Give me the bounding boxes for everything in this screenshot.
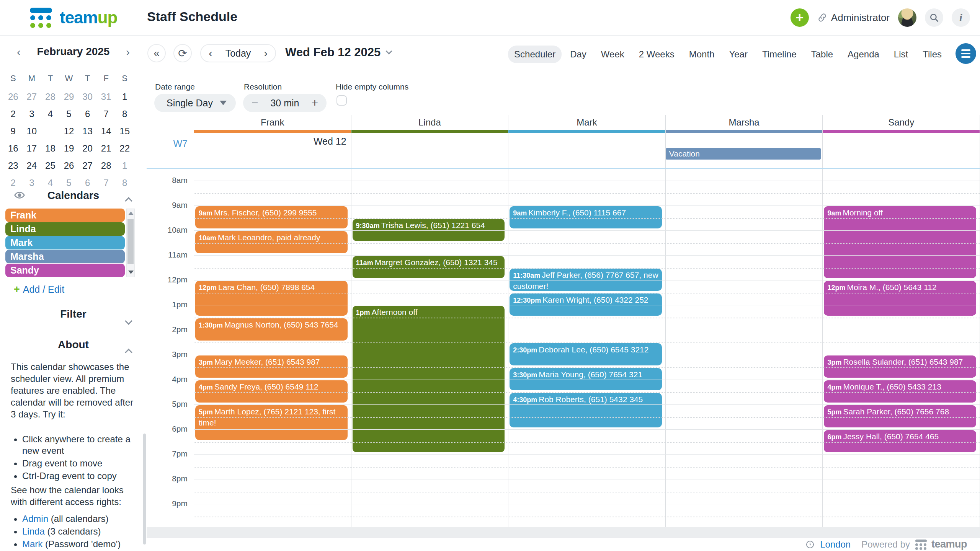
refresh-button[interactable]: ⟳ [173,44,192,62]
share-link-menu[interactable]: Administrator [817,12,890,24]
mini-calendar-day[interactable]: 9 [4,124,23,139]
mini-calendar-day[interactable]: 3 [23,107,41,121]
resolution-decrease-button[interactable]: − [252,97,258,109]
horizontal-scrollbar-track[interactable] [147,527,980,537]
mini-calendar-selected-day[interactable]: 12 [60,124,78,139]
mini-calendar-day[interactable]: 16 [4,141,23,156]
add-edit-link[interactable]: Add / Edit [23,284,64,295]
hide-empty-columns-checkbox[interactable] [336,95,347,106]
mini-calendar-day[interactable]: 18 [41,141,60,156]
eye-icon[interactable] [14,189,25,201]
mini-calendar-day[interactable]: 17 [23,141,41,156]
access-link-admin[interactable]: Admin [22,514,48,524]
tab-timeline[interactable]: Timeline [756,46,803,63]
allday-event-vacation[interactable]: Vacation [666,148,821,160]
event-sandy-freya[interactable]: 4pmSandy Freya, (650) 6549 112 [195,380,348,403]
mini-calendar-day[interactable]: 3 [23,176,41,190]
access-link-linda[interactable]: Linda [22,526,45,536]
mini-calendar-day[interactable]: 26 [4,90,23,104]
event-magnus-norton[interactable]: 1:30pmMagnus Norton, (650) 543 7654 [195,318,348,341]
allday-cell-mark[interactable] [508,133,665,168]
mini-calendar-day[interactable]: 26 [60,158,78,173]
mini-calendar-day[interactable]: 5 [60,176,78,190]
tab-day[interactable]: Day [564,46,593,63]
collapse-about-icon[interactable] [126,346,131,358]
allday-cell-frank[interactable]: Wed 12 [194,133,351,168]
event-jeff-parker[interactable]: 11:30amJeff Parker, (656) 7767 657, new … [510,269,662,291]
collapse-calendars-icon[interactable] [126,194,131,206]
event-trisha-lewis[interactable]: 9:30amTrisha Lewis, (651) 1221 654 [353,219,505,241]
mini-calendar-day[interactable]: 2 [4,107,23,121]
event-deborah-lee[interactable]: 2:30pmDeborah Lee, (650) 6545 3212 [510,343,662,365]
mini-calendar-day[interactable]: 28 [41,90,60,104]
today-button[interactable]: Today [225,48,251,59]
allday-cell-linda[interactable] [351,133,508,168]
day-column-linda[interactable]: 9:30amTrisha Lewis, (651) 1221 65411amMa… [351,169,508,527]
event-mark-leoandro[interactable]: 10amMark Leoandro, paid already [195,231,348,253]
event-monique-t-[interactable]: 4pmMonique T., (650) 5433 213 [824,380,976,403]
tab-2-weeks[interactable]: 2 Weeks [633,46,681,63]
calendar-pill-mark[interactable]: Mark [5,236,125,249]
search-button[interactable] [925,8,943,27]
mini-calendar-day[interactable]: 6 [78,176,97,190]
mini-calendar-day[interactable]: 24 [23,158,41,173]
mini-calendar-day[interactable]: 28 [97,158,116,173]
day-column-marsha[interactable] [665,169,823,527]
timezone-link[interactable]: London [820,539,851,550]
event-margret-gonzalez[interactable]: 11amMargret Gonzalez, (650) 1321 345 [353,256,505,278]
calendar-pill-marsha[interactable]: Marsha [5,250,125,263]
mini-calendar-day[interactable]: 23 [4,158,23,173]
tab-week[interactable]: Week [595,46,630,63]
mini-calendar-day[interactable]: 19 [60,141,78,156]
tab-month[interactable]: Month [683,46,721,63]
mini-calendar-today[interactable]: 11 [41,124,60,139]
mini-calendar-day[interactable]: 7 [97,107,116,121]
mini-calendar-day[interactable]: 6 [78,107,97,121]
mini-calendar-day[interactable]: 8 [115,107,134,121]
event-jessy-hall[interactable]: 6pmJessy Hall, (650) 7654 465 [824,430,976,452]
day-column-mark[interactable]: 9amKimberly F., (650) 1115 66711:30amJef… [508,169,665,527]
current-date-dropdown[interactable]: Wed Feb 12 2025 [285,46,391,59]
tab-agenda[interactable]: Agenda [841,46,885,63]
mini-calendar-day[interactable]: 29 [60,90,78,104]
mini-calendar-day[interactable]: 2 [4,176,23,190]
allday-cell-marsha[interactable]: Vacation [666,133,823,168]
calendar-pill-frank[interactable]: Frank [5,209,125,222]
sidebar-scrollbar[interactable] [143,434,146,544]
mini-calendar-next-icon[interactable]: › [126,46,130,59]
tab-table[interactable]: Table [805,46,839,63]
scroll-down-icon[interactable] [128,271,134,274]
mini-calendar-day[interactable]: 15 [115,124,134,139]
mini-calendar-day[interactable]: 27 [78,158,97,173]
tab-year[interactable]: Year [723,46,754,63]
tab-tiles[interactable]: Tiles [916,46,948,63]
mini-calendar-day[interactable]: 5 [60,107,78,121]
access-link-mark[interactable]: Mark [22,539,42,549]
date-range-select[interactable]: Single Day [154,94,236,112]
mini-calendar-day[interactable]: 7 [97,176,116,190]
scroll-up-icon[interactable] [128,212,134,215]
teamup-logo[interactable]: teamup [30,6,117,29]
tab-list[interactable]: List [888,46,914,63]
event-sarah-parker[interactable]: 5pmSarah Parker, (650) 7656 768 [824,405,976,427]
day-column-sandy[interactable]: 9amMorning off12pmMoira M., (650) 5643 1… [822,169,980,527]
scrollbar-thumb[interactable] [127,219,134,264]
avatar[interactable] [898,8,916,27]
day-column-frank[interactable]: 9amMrs. Fischer, (650) 299 955510amMark … [194,169,351,527]
expand-filter-icon[interactable] [126,314,131,326]
calendar-list-scrollbar[interactable] [126,209,135,277]
mini-calendar-day[interactable]: 25 [41,158,60,173]
event-mrs-fischer[interactable]: 9amMrs. Fischer, (650) 299 9555 [195,206,348,228]
mini-calendar-day[interactable]: 10 [23,124,41,139]
event-moira-m-[interactable]: 12pmMoira M., (650) 5643 112 [824,281,976,316]
calendars-section-header[interactable]: Calendars [0,189,147,202]
event-rob-roberts[interactable]: 4:30pmRob Roberts, (651) 5432 345 [510,393,662,428]
mini-calendar-day[interactable]: 8 [115,176,134,190]
footer-teamup-logo[interactable]: teamup [915,538,967,550]
add-event-button[interactable]: + [791,8,809,27]
calendar-pill-linda[interactable]: Linda [5,222,125,236]
mini-calendar-day[interactable]: 1 [115,90,134,104]
mini-calendar-day[interactable]: 14 [97,124,116,139]
add-edit-calendars[interactable]: +Add / Edit [14,284,64,295]
event-maria-young[interactable]: 3:30pmMaria Young, (650) 7654 321 [510,368,662,390]
